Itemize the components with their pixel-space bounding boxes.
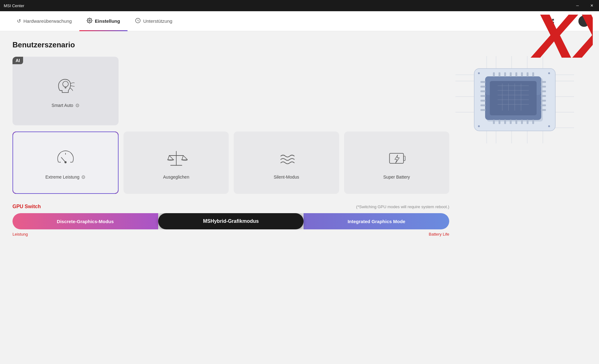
svg-rect-54 — [480, 100, 485, 102]
gpu-labels-row: Leistung Battery Life — [12, 232, 449, 237]
svg-rect-62 — [541, 104, 546, 106]
card-extreme-leistung[interactable]: Extreme Leistung ⚙ — [12, 132, 119, 194]
gpu-slider-container: Discrete-Graphics-Modus MSHybrid-Grafikm… — [12, 213, 449, 229]
gpu-switch-section: GPU Switch (*Switching GPU modes will re… — [12, 204, 449, 237]
content-area: Benutzerszenario — [0, 31, 599, 364]
chip-illustration — [449, 50, 580, 150]
app-container: ↺ Hardwareüberwachung Einstellung Unters… — [0, 11, 599, 364]
svg-point-81 — [548, 72, 550, 74]
svg-rect-73 — [499, 120, 500, 124]
einstellung-icon — [87, 18, 92, 25]
svg-rect-53 — [480, 95, 485, 97]
svg-rect-40 — [490, 81, 537, 115]
svg-point-80 — [478, 72, 480, 74]
svg-rect-75 — [510, 120, 512, 124]
tab-hardware[interactable]: ↺ Hardwareüberwachung — [9, 11, 79, 31]
tab-einstellung[interactable]: Einstellung — [79, 11, 128, 31]
unterstutzung-icon — [135, 18, 141, 25]
svg-rect-52 — [480, 90, 485, 92]
smart-auto-label: Smart Auto ⚙ — [51, 103, 79, 108]
card-ausgeglichen[interactable]: Ausgeglichen — [124, 132, 229, 194]
svg-point-88 — [65, 161, 66, 163]
super-battery-icon-area — [384, 146, 409, 171]
svg-rect-78 — [527, 120, 528, 124]
super-battery-label: Super Battery — [383, 175, 410, 180]
svg-rect-51 — [480, 86, 485, 88]
svg-rect-71 — [532, 72, 534, 77]
svg-rect-69 — [521, 72, 523, 77]
tab-unterstutzung-label: Unterstützung — [143, 18, 172, 24]
section-title: Benutzerszenario — [12, 41, 587, 49]
svg-rect-59 — [541, 90, 546, 92]
msi-x-icon: XX — [533, 11, 593, 61]
tab-unterstutzung[interactable]: Unterstützung — [128, 11, 180, 31]
extreme-leistung-gear-icon: ⚙ — [81, 174, 85, 180]
ai-badge: AI — [12, 57, 23, 64]
tab-einstellung-label: Einstellung — [95, 18, 120, 24]
window-controls: ─ ✕ — [570, 0, 599, 11]
svg-rect-60 — [541, 95, 546, 97]
gpu-label-left: Leistung — [12, 232, 28, 237]
svg-rect-77 — [521, 120, 523, 124]
svg-rect-63 — [541, 109, 546, 111]
svg-rect-65 — [499, 72, 500, 77]
svg-point-82 — [478, 125, 480, 127]
svg-rect-66 — [504, 72, 506, 77]
svg-point-84 — [63, 81, 68, 87]
svg-rect-67 — [510, 72, 512, 77]
svg-rect-56 — [480, 109, 485, 111]
gpu-hybrid-option[interactable]: MSHybrid-Grafikmodus — [158, 213, 304, 229]
extreme-leistung-icon-area — [53, 146, 78, 170]
hardware-icon: ↺ — [17, 18, 21, 24]
svg-rect-55 — [480, 104, 485, 106]
svg-rect-79 — [532, 120, 534, 124]
minimize-button[interactable]: ─ — [570, 0, 585, 11]
card-silent-modus[interactable]: Silent-Modus — [234, 132, 339, 194]
svg-point-83 — [548, 125, 550, 127]
extreme-leistung-label: Extreme Leistung ⚙ — [46, 174, 86, 180]
svg-rect-72 — [493, 120, 495, 124]
gpu-switch-title: GPU Switch — [12, 204, 41, 209]
tab-hardware-label: Hardwareüberwachung — [23, 18, 72, 24]
titlebar: MSI Center ─ ✕ — [0, 0, 599, 11]
silent-modus-icon-area — [274, 146, 299, 171]
svg-rect-61 — [541, 100, 546, 102]
svg-rect-58 — [541, 86, 546, 88]
gpu-discrete-option[interactable]: Discrete-Graphics-Modus — [12, 213, 158, 229]
svg-point-0 — [89, 20, 90, 21]
svg-rect-57 — [541, 81, 546, 83]
nav-bar: ↺ Hardwareüberwachung Einstellung Unters… — [0, 11, 599, 31]
silent-modus-label: Silent-Modus — [274, 175, 299, 180]
smart-auto-icon-area — [53, 74, 78, 99]
svg-rect-76 — [515, 120, 517, 124]
ausgeglichen-icon-area — [164, 146, 189, 171]
svg-rect-68 — [515, 72, 517, 77]
svg-rect-70 — [527, 72, 528, 77]
gpu-label-right: Battery Life — [429, 232, 449, 237]
msi-logo-watermark: XX — [530, 11, 593, 61]
cards-row-bottom: Extreme Leistung ⚙ — [12, 132, 449, 194]
gpu-integrated-option[interactable]: Integrated Graphics Mode — [304, 213, 449, 229]
card-smart-auto[interactable]: AI — [12, 57, 119, 125]
smart-auto-gear-icon: ⚙ — [75, 103, 80, 108]
ausgeglichen-label: Ausgeglichen — [163, 175, 189, 180]
svg-rect-50 — [480, 81, 485, 83]
app-title: MSI Center — [4, 3, 24, 8]
cards-row-top: AI — [12, 57, 243, 125]
gpu-switch-header: GPU Switch (*Switching GPU modes will re… — [12, 204, 449, 209]
gpu-switch-note: (*Switching GPU modes will require syste… — [356, 204, 449, 209]
svg-rect-64 — [493, 72, 495, 77]
close-button[interactable]: ✕ — [585, 0, 599, 11]
card-super-battery[interactable]: Super Battery — [344, 132, 449, 194]
svg-rect-74 — [504, 120, 506, 124]
